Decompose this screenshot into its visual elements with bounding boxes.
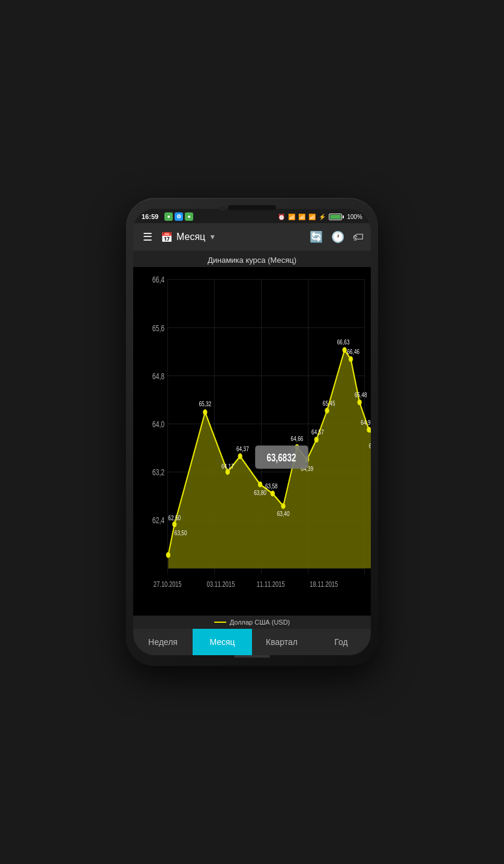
tab-quarter[interactable]: Квартал [252,629,311,655]
svg-point-26 [203,409,207,415]
period-label: Месяц [176,232,205,242]
battery-percent: 100% [347,214,362,220]
notification-icon-3: ● [185,212,193,221]
svg-text:03.11.2015: 03.11.2015 [206,580,235,588]
chart-svg: 66,4 65,6 64,8 64,0 63,2 62,4 27.10.2015… [133,267,371,616]
svg-point-28 [238,454,242,460]
svg-point-38 [358,400,362,406]
svg-text:63,80: 63,80 [254,489,266,496]
svg-text:62,50: 62,50 [168,514,181,521]
svg-point-25 [172,521,176,527]
svg-text:65,32: 65,32 [199,400,211,407]
svg-text:64,8: 64,8 [152,371,164,381]
svg-point-37 [349,356,353,362]
chart-title: Динамика курса (Месяц) [133,251,371,267]
svg-text:18.11.2015: 18.11.2015 [310,580,338,588]
svg-text:64,66: 64,66 [291,435,304,442]
phone-screen: 16:59 ● ⚙ ● ⏰ 📶 📶 📶 ⚡ 1 [133,209,371,655]
svg-text:66,46: 66,46 [347,348,359,355]
svg-text:63,6832: 63,6832 [267,452,296,463]
status-bar: 16:59 ● ⚙ ● ⏰ 📶 📶 📶 ⚡ 1 [133,209,371,223]
svg-text:64,79: 64,79 [369,442,371,449]
front-camera [220,206,224,211]
legend-label-usd: Доллар США (USD) [230,619,290,626]
tag-button[interactable]: 🏷 [353,231,364,244]
menu-button[interactable]: ☰ [140,228,155,246]
toolbar: ☰ 📅 Месяц ▼ 🔄 🕐 🏷 [133,223,371,251]
calendar-icon: 📅 [161,232,173,243]
tab-week[interactable]: Неделя [133,629,193,655]
period-selector[interactable]: 📅 Месяц ▼ [161,232,304,243]
tab-year[interactable]: Год [311,629,371,655]
status-time: 16:59 [142,213,158,220]
svg-text:64,0: 64,0 [152,420,164,430]
svg-point-36 [343,347,347,353]
svg-text:66,63: 66,63 [337,338,350,345]
history-button[interactable]: 🕐 [331,230,344,244]
notification-icon-1: ● [164,212,173,221]
legend-line-usd [214,622,226,623]
tab-month[interactable]: Месяц [193,629,252,655]
signal-icon-1: 📶 [298,214,305,220]
phone-device: 16:59 ● ⚙ ● ⏰ 📶 📶 📶 ⚡ 1 [126,198,378,666]
bottom-tabs: Неделя Месяц Квартал Год [133,629,371,655]
svg-text:64,91: 64,91 [361,419,371,426]
svg-text:64,17: 64,17 [221,463,234,470]
svg-text:11.11.2015: 11.11.2015 [257,580,285,588]
svg-text:63,58: 63,58 [265,482,278,490]
home-bar [234,655,270,658]
svg-point-30 [271,491,275,497]
svg-text:63,50: 63,50 [175,529,187,536]
toolbar-actions: 🔄 🕐 🏷 [310,230,364,244]
notification-icon-2: ⚙ [175,212,183,221]
svg-text:65,6: 65,6 [152,323,164,333]
battery-indicator [329,214,344,220]
svg-text:63,40: 63,40 [277,510,290,517]
svg-point-34 [314,437,319,443]
svg-text:66,4: 66,4 [152,275,164,285]
svg-point-29 [258,482,262,488]
svg-point-35 [325,407,329,413]
refresh-button[interactable]: 🔄 [310,230,323,244]
svg-text:65,45: 65,45 [323,400,335,407]
svg-text:62,4: 62,4 [152,516,164,526]
chart-legend: Доллар США (USD) [133,616,371,629]
lightning-icon: ⚡ [319,214,326,220]
svg-text:27.10.2015: 27.10.2015 [154,580,182,588]
svg-text:63,2: 63,2 [152,468,164,478]
wifi-icon: 📶 [288,214,295,220]
svg-text:64,57: 64,57 [311,428,324,436]
svg-point-31 [281,503,285,509]
dropdown-arrow-icon: ▼ [209,233,216,241]
alarm-icon: ⏰ [278,214,285,220]
chart-container: Динамика курса (Месяц) [133,251,371,629]
speaker-notch [228,205,276,210]
svg-text:65,48: 65,48 [355,391,367,398]
svg-point-24 [166,552,170,558]
signal-icon-2: 📶 [308,214,316,220]
chart-wrapper[interactable]: 66,4 65,6 64,8 64,0 63,2 62,4 27.10.2015… [133,267,371,616]
svg-text:64,37: 64,37 [236,445,249,452]
status-right: ⏰ 📶 📶 📶 ⚡ 100% [278,214,362,220]
